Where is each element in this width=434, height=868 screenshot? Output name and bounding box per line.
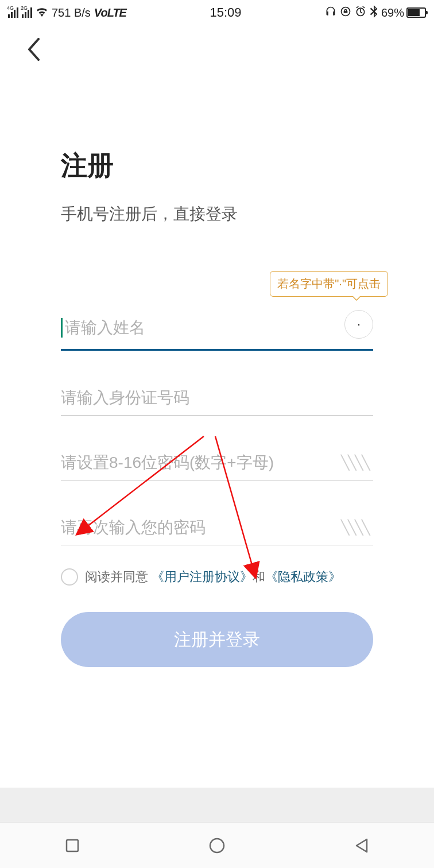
circle-icon bbox=[208, 837, 226, 854]
agreement-mid: 和 bbox=[253, 569, 265, 584]
nav-recent-button[interactable] bbox=[62, 835, 83, 856]
register-login-button[interactable]: 注册并登录 bbox=[61, 612, 373, 667]
confirm-password-field-row: ╲╲╲╲ bbox=[61, 513, 373, 545]
bluetooth-icon bbox=[370, 5, 378, 21]
triangle-left-icon bbox=[354, 838, 369, 854]
text-cursor-icon bbox=[61, 318, 63, 338]
signal-4g-icon: 4G bbox=[8, 7, 18, 18]
wifi-icon bbox=[36, 6, 48, 20]
name-field-row: · bbox=[61, 308, 373, 351]
network-speed: 751 B/s bbox=[52, 6, 91, 20]
confirm-password-input[interactable] bbox=[61, 518, 336, 537]
name-dot-tooltip: 若名字中带"·"可点击 bbox=[270, 271, 388, 297]
agreement-row: 阅读并同意 《用户注册协议》和《隐私政策》 bbox=[61, 568, 373, 586]
rotation-lock-icon bbox=[340, 6, 351, 20]
chevron-left-icon bbox=[26, 38, 41, 61]
nav-home-button[interactable] bbox=[207, 835, 227, 856]
alarm-icon bbox=[355, 6, 366, 20]
status-bar: 4G 2G 751 B/s VoLTE 15:09 69% bbox=[0, 0, 434, 25]
gray-strip bbox=[0, 788, 434, 822]
user-agreement-link[interactable]: 《用户注册协议》 bbox=[152, 569, 253, 584]
status-right: 69% bbox=[325, 5, 426, 21]
page-title: 注册 bbox=[61, 148, 373, 184]
name-input[interactable] bbox=[65, 319, 339, 337]
bottom-area bbox=[0, 788, 434, 868]
insert-dot-button[interactable]: · bbox=[344, 310, 373, 339]
battery-percent: 69% bbox=[381, 6, 404, 20]
agreement-prefix: 阅读并同意 bbox=[85, 569, 148, 584]
svg-point-5 bbox=[210, 839, 224, 852]
id-input[interactable] bbox=[61, 389, 373, 407]
password-field-row: ╲╲╲╲ bbox=[61, 448, 373, 480]
clock: 15:09 bbox=[210, 5, 241, 20]
page-subtitle: 手机号注册后，直接登录 bbox=[61, 203, 373, 225]
headphones-icon bbox=[325, 6, 336, 20]
volte-label: VoLTE bbox=[94, 6, 126, 20]
agreement-radio[interactable] bbox=[61, 568, 78, 586]
battery-icon bbox=[406, 7, 426, 18]
system-nav-bar bbox=[0, 822, 434, 868]
square-icon bbox=[65, 838, 80, 853]
password-input[interactable] bbox=[61, 454, 336, 472]
eye-closed-icon[interactable]: ╲╲╲╲ bbox=[336, 455, 373, 471]
id-field-row bbox=[61, 383, 373, 416]
nav-back-button[interactable] bbox=[351, 835, 372, 856]
privacy-policy-link[interactable]: 《隐私政策》 bbox=[265, 569, 341, 584]
battery-indicator: 69% bbox=[381, 6, 426, 20]
back-button[interactable] bbox=[21, 37, 46, 62]
svg-rect-4 bbox=[67, 840, 78, 851]
signal-2g-icon: 2G bbox=[22, 7, 32, 18]
eye-closed-icon[interactable]: ╲╲╲╲ bbox=[336, 520, 373, 536]
status-left: 4G 2G 751 B/s VoLTE bbox=[8, 6, 126, 20]
